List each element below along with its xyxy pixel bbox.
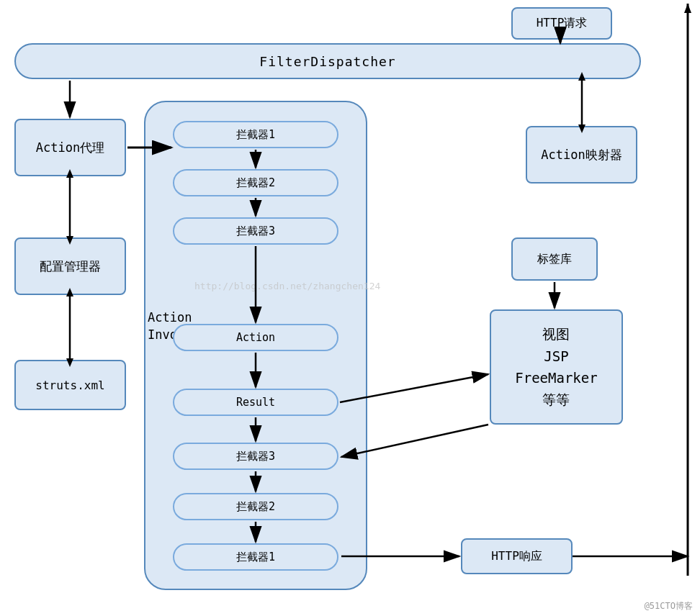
interceptor-3-bottom: 拦截器3 (173, 443, 338, 470)
http-response-label: HTTP响应 (491, 549, 542, 564)
action-mapper-label: Action映射器 (541, 147, 622, 163)
http-request-box: HTTP请求 (511, 7, 612, 40)
result-pill: Result (173, 389, 338, 416)
view-label: 视图JSPFreeMarker等等 (515, 323, 597, 411)
watermark: http://blog.csdn.net/zhangchen124 (194, 281, 380, 291)
action-mapper-box: Action映射器 (526, 126, 637, 184)
action-pill: Action (173, 324, 338, 351)
credit: @51CTO博客 (645, 600, 693, 612)
filter-dispatcher-label: FilterDispatcher (259, 54, 395, 69)
config-manager-box: 配置管理器 (14, 237, 126, 295)
struts-xml-label: struts.xml (35, 379, 104, 392)
action-proxy-box: Action代理 (14, 119, 126, 176)
tag-library-box: 标签库 (511, 237, 598, 281)
filter-dispatcher-box: FilterDispatcher (14, 43, 641, 79)
interceptor-3-top: 拦截器3 (173, 217, 338, 245)
view-box: 视图JSPFreeMarker等等 (490, 309, 623, 425)
tag-library-label: 标签库 (537, 252, 572, 267)
struts-xml-box: struts.xml (14, 360, 126, 410)
interceptor-1-top: 拦截器1 (173, 121, 338, 148)
interceptor-2-bottom: 拦截器2 (173, 493, 338, 520)
action-proxy-label: Action代理 (36, 140, 104, 156)
diagram-container: HTTP请求 FilterDispatcher Action代理 配置管理器 s… (0, 0, 700, 616)
interceptor-1-bottom: 拦截器1 (173, 543, 338, 571)
interceptor-2-top: 拦截器2 (173, 169, 338, 196)
http-request-label: HTTP请求 (537, 16, 588, 31)
http-response-box: HTTP响应 (461, 538, 573, 574)
svg-marker-5 (684, 4, 691, 13)
config-manager-label: 配置管理器 (40, 258, 101, 275)
